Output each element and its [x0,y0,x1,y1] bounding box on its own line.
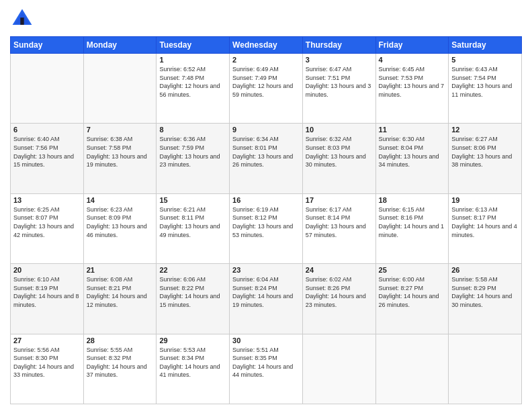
day-number: 28 [87,336,154,345]
calendar-week-3: 13Sunrise: 6:25 AMSunset: 8:07 PMDayligh… [11,193,522,263]
calendar-cell: 11Sunrise: 6:30 AMSunset: 8:04 PMDayligh… [375,124,449,193]
calendar-header-tuesday: Tuesday [157,37,230,54]
calendar-cell: 20Sunrise: 6:10 AMSunset: 8:19 PMDayligh… [11,264,84,334]
calendar-header-row: SundayMondayTuesdayWednesdayThursdayFrid… [11,37,522,54]
calendar-cell: 21Sunrise: 6:08 AMSunset: 8:21 PMDayligh… [83,264,157,334]
day-number: 10 [306,126,373,134]
day-number: 12 [451,126,519,134]
day-info: Sunrise: 6:38 AMSunset: 7:58 PMDaylight:… [87,135,154,169]
day-number: 22 [159,266,226,274]
day-info: Sunrise: 6:49 AMSunset: 7:49 PMDaylight:… [232,65,300,99]
day-number: 20 [13,266,81,274]
day-number: 25 [379,266,446,274]
day-number: 3 [306,56,373,64]
calendar-cell [11,54,84,124]
day-number: 5 [451,56,519,64]
calendar-cell: 28Sunrise: 5:55 AMSunset: 8:32 PMDayligh… [83,334,157,404]
day-info: Sunrise: 6:43 AMSunset: 7:54 PMDaylight:… [451,65,519,99]
day-number: 26 [451,266,519,274]
day-info: Sunrise: 6:40 AMSunset: 7:56 PMDaylight:… [13,135,81,169]
calendar-cell: 22Sunrise: 6:06 AMSunset: 8:22 PMDayligh… [157,264,230,334]
calendar-cell: 8Sunrise: 6:36 AMSunset: 7:59 PMDaylight… [157,124,230,193]
calendar-cell: 25Sunrise: 6:00 AMSunset: 8:27 PMDayligh… [375,264,449,334]
calendar-cell: 18Sunrise: 6:15 AMSunset: 8:16 PMDayligh… [375,193,449,263]
calendar-cell: 7Sunrise: 6:38 AMSunset: 7:58 PMDaylight… [83,124,157,193]
day-number: 17 [306,196,373,204]
day-info: Sunrise: 6:25 AMSunset: 8:07 PMDaylight:… [13,205,81,239]
calendar-week-2: 6Sunrise: 6:40 AMSunset: 7:56 PMDaylight… [11,124,522,193]
day-number: 24 [306,266,373,274]
day-info: Sunrise: 6:21 AMSunset: 8:11 PMDaylight:… [159,205,226,239]
svg-rect-2 [20,17,24,25]
day-info: Sunrise: 6:45 AMSunset: 7:53 PMDaylight:… [379,65,446,99]
day-info: Sunrise: 5:53 AMSunset: 8:34 PMDaylight:… [159,346,226,379]
day-number: 21 [87,266,154,274]
calendar-header-thursday: Thursday [302,37,375,54]
day-number: 13 [13,196,81,204]
calendar-cell: 24Sunrise: 6:02 AMSunset: 8:26 PMDayligh… [302,264,375,334]
day-info: Sunrise: 6:08 AMSunset: 8:21 PMDaylight:… [87,275,154,309]
logo-icon [10,7,34,31]
day-info: Sunrise: 6:47 AMSunset: 7:51 PMDaylight:… [306,65,373,99]
day-number: 4 [379,56,446,64]
day-number: 14 [87,196,154,204]
day-info: Sunrise: 6:02 AMSunset: 8:26 PMDaylight:… [306,275,373,309]
day-number: 19 [451,196,519,204]
calendar-cell: 15Sunrise: 6:21 AMSunset: 8:11 PMDayligh… [157,193,230,263]
calendar-cell: 3Sunrise: 6:47 AMSunset: 7:51 PMDaylight… [302,54,375,124]
calendar-cell: 13Sunrise: 6:25 AMSunset: 8:07 PMDayligh… [11,193,84,263]
calendar-cell: 14Sunrise: 6:23 AMSunset: 8:09 PMDayligh… [83,193,157,263]
calendar-cell: 12Sunrise: 6:27 AMSunset: 8:06 PMDayligh… [449,124,522,193]
day-number: 8 [159,126,226,134]
calendar-header-saturday: Saturday [449,37,522,54]
day-info: Sunrise: 6:10 AMSunset: 8:19 PMDaylight:… [13,275,81,309]
logo [10,7,37,31]
calendar-cell: 4Sunrise: 6:45 AMSunset: 7:53 PMDaylight… [375,54,449,124]
calendar-cell [83,54,157,124]
day-info: Sunrise: 6:52 AMSunset: 7:48 PMDaylight:… [159,65,226,99]
day-info: Sunrise: 6:30 AMSunset: 8:04 PMDaylight:… [379,135,446,169]
calendar-cell: 9Sunrise: 6:34 AMSunset: 8:01 PMDaylight… [230,124,303,193]
day-info: Sunrise: 5:51 AMSunset: 8:35 PMDaylight:… [232,346,300,379]
calendar-cell: 26Sunrise: 5:58 AMSunset: 8:29 PMDayligh… [449,264,522,334]
day-info: Sunrise: 6:19 AMSunset: 8:12 PMDaylight:… [232,205,300,239]
calendar-cell [375,334,449,404]
calendar-cell: 16Sunrise: 6:19 AMSunset: 8:12 PMDayligh… [230,193,303,263]
calendar-cell: 1Sunrise: 6:52 AMSunset: 7:48 PMDaylight… [157,54,230,124]
day-number: 6 [13,126,81,134]
calendar-header-friday: Friday [375,37,449,54]
day-info: Sunrise: 6:36 AMSunset: 7:59 PMDaylight:… [159,135,226,169]
calendar-cell: 23Sunrise: 6:04 AMSunset: 8:24 PMDayligh… [230,264,303,334]
day-info: Sunrise: 6:06 AMSunset: 8:22 PMDaylight:… [159,275,226,309]
calendar-cell [449,334,522,404]
calendar-cell: 27Sunrise: 5:56 AMSunset: 8:30 PMDayligh… [11,334,84,404]
calendar-cell [302,334,375,404]
calendar-cell: 19Sunrise: 6:13 AMSunset: 8:17 PMDayligh… [449,193,522,263]
day-info: Sunrise: 6:23 AMSunset: 8:09 PMDaylight:… [87,205,154,239]
day-info: Sunrise: 6:27 AMSunset: 8:06 PMDaylight:… [451,135,519,169]
day-number: 16 [232,196,300,204]
day-number: 15 [159,196,226,204]
calendar-cell: 30Sunrise: 5:51 AMSunset: 8:35 PMDayligh… [230,334,303,404]
calendar-cell: 6Sunrise: 6:40 AMSunset: 7:56 PMDaylight… [11,124,84,193]
page: SundayMondayTuesdayWednesdayThursdayFrid… [0,0,532,411]
header [10,7,522,31]
day-number: 30 [232,336,300,345]
calendar-header-wednesday: Wednesday [230,37,303,54]
day-number: 23 [232,266,300,274]
day-info: Sunrise: 6:15 AMSunset: 8:16 PMDaylight:… [379,205,446,239]
calendar-cell: 2Sunrise: 6:49 AMSunset: 7:49 PMDaylight… [230,54,303,124]
calendar-cell: 5Sunrise: 6:43 AMSunset: 7:54 PMDaylight… [449,54,522,124]
calendar-cell: 29Sunrise: 5:53 AMSunset: 8:34 PMDayligh… [157,334,230,404]
calendar-week-4: 20Sunrise: 6:10 AMSunset: 8:19 PMDayligh… [11,264,522,334]
day-info: Sunrise: 5:55 AMSunset: 8:32 PMDaylight:… [87,346,154,379]
day-info: Sunrise: 6:13 AMSunset: 8:17 PMDaylight:… [451,205,519,239]
day-number: 18 [379,196,446,204]
day-number: 9 [232,126,300,134]
day-number: 27 [13,336,81,345]
day-info: Sunrise: 5:58 AMSunset: 8:29 PMDaylight:… [451,275,519,309]
day-info: Sunrise: 6:17 AMSunset: 8:14 PMDaylight:… [306,205,373,239]
day-number: 29 [159,336,226,345]
day-number: 7 [87,126,154,134]
day-info: Sunrise: 6:32 AMSunset: 8:03 PMDaylight:… [306,135,373,169]
